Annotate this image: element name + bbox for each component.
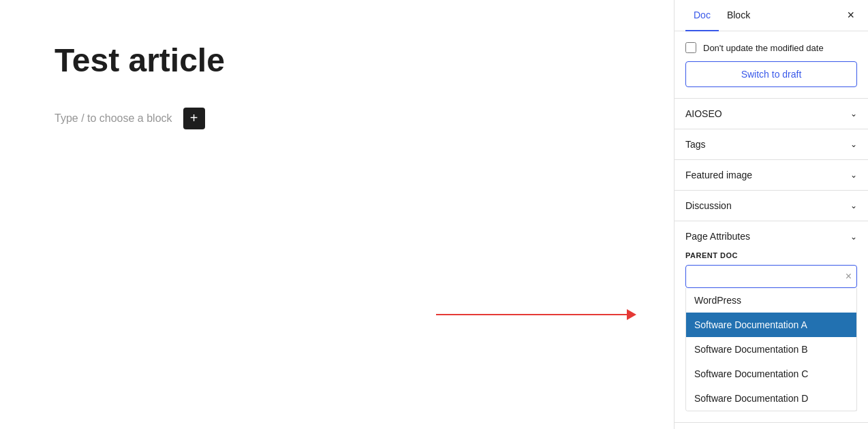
panel-section-aioseo: AIOSEO ⌄	[675, 98, 868, 129]
parent-doc-search-input[interactable]	[685, 265, 857, 288]
panel-body-page-attributes: PARENT DOC × WordPress Software Document…	[675, 251, 868, 422]
editor-area: Test article Type / to choose a block +	[0, 0, 674, 429]
panel-header-page-attributes[interactable]: Page Attributes ⌃	[675, 221, 868, 251]
block-placeholder: Type / to choose a block +	[55, 108, 619, 129]
sidebar-content: Don't update the modified date Switch to…	[675, 31, 868, 429]
aioseo-label: AIOSEO	[685, 108, 722, 119]
chevron-down-icon: ⌄	[850, 201, 857, 210]
panel-header-aioseo[interactable]: AIOSEO ⌄	[675, 99, 868, 129]
modified-date-checkbox[interactable]	[685, 42, 696, 53]
dropdown-list-wrapper: WordPress Software Documentation A Softw…	[685, 288, 857, 411]
red-arrow	[436, 309, 636, 320]
article-title[interactable]: Test article	[55, 41, 619, 80]
list-item[interactable]: Software Documentation C	[686, 362, 856, 386]
chevron-down-icon: ⌄	[850, 170, 857, 180]
list-item[interactable]: WordPress	[686, 288, 856, 313]
tab-block[interactable]: Block	[719, 0, 758, 31]
arrow-head	[627, 309, 636, 320]
page-attributes-label: Page Attributes	[685, 231, 750, 242]
add-block-button[interactable]: +	[183, 108, 205, 129]
panel-section-discussion: Discussion ⌄	[675, 190, 868, 221]
sidebar: Doc Block × Don't update the modified da…	[674, 0, 868, 429]
discussion-label: Discussion	[685, 200, 732, 211]
checkbox-label: Don't update the modified date	[703, 43, 824, 53]
order-row: ORDER	[675, 422, 868, 429]
chevron-down-icon: ⌄	[850, 109, 857, 118]
switch-draft-button[interactable]: Switch to draft	[685, 61, 857, 87]
close-button[interactable]: ×	[844, 5, 857, 25]
panel-section-featured-image: Featured image ⌄	[675, 159, 868, 190]
parent-doc-label: PARENT DOC	[685, 251, 857, 259]
featured-image-label: Featured image	[685, 170, 752, 180]
list-item[interactable]: Software Documentation A	[686, 313, 856, 337]
panel-section-page-attributes: Page Attributes ⌃ PARENT DOC × WordPress…	[675, 221, 868, 422]
dropdown-container: ×	[685, 265, 857, 288]
sidebar-tabs: Doc Block ×	[675, 0, 868, 31]
dropdown-list: WordPress Software Documentation A Softw…	[685, 288, 857, 411]
list-item[interactable]: Software Documentation B	[686, 337, 856, 362]
checkbox-row: Don't update the modified date	[675, 31, 868, 61]
list-item[interactable]: Software Documentation D	[686, 386, 856, 411]
dropdown-clear-button[interactable]: ×	[846, 270, 852, 283]
tags-label: Tags	[685, 139, 706, 150]
arrow-line	[436, 314, 627, 315]
placeholder-text: Type / to choose a block	[55, 112, 172, 125]
panel-header-featured-image[interactable]: Featured image ⌄	[675, 160, 868, 190]
chevron-up-icon: ⌃	[850, 232, 857, 241]
panel-section-tags: Tags ⌄	[675, 129, 868, 159]
panel-header-tags[interactable]: Tags ⌄	[675, 129, 868, 159]
chevron-down-icon: ⌄	[850, 140, 857, 149]
tab-doc[interactable]: Doc	[685, 0, 719, 31]
panel-header-discussion[interactable]: Discussion ⌄	[675, 191, 868, 221]
